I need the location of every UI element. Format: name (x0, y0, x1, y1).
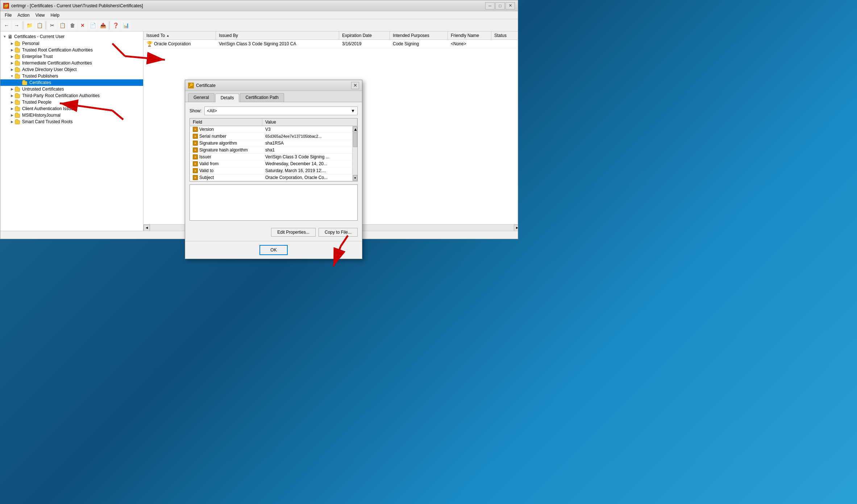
scroll-thumb[interactable] (353, 133, 357, 147)
value-cell-hash-algo: sha1 (262, 147, 357, 153)
third-party-folder-icon (15, 94, 20, 98)
tree-item-certificates[interactable]: Certificates (0, 79, 143, 86)
field-cell-serial: ≡ Serial number (190, 133, 262, 139)
field-row-subject[interactable]: ≡ Subject Oracle Corporation, Oracle Co.… (190, 174, 357, 181)
toolbar-help[interactable]: ❓ (111, 21, 120, 30)
field-row-serial[interactable]: ≡ Serial number 65d365a24ee7e137105bbac2… (190, 133, 357, 140)
field-cell-hash-algo: ≡ Signature hash algorithm (190, 147, 262, 153)
toolbar-doc[interactable]: 📄 (88, 21, 97, 30)
show-value: <All> (207, 108, 217, 113)
ok-button[interactable]: OK (259, 245, 287, 255)
field-icon-hash-algo: ≡ (193, 147, 198, 153)
enterprise-label: Enterprise Trust (22, 54, 53, 59)
third-party-expand: ▶ (9, 94, 15, 97)
col-header-friendly[interactable]: Friendly Name (448, 32, 491, 39)
tab-general[interactable]: General (188, 93, 215, 102)
msie-expand: ▶ (9, 113, 15, 117)
value-cell-issuer: VeriSign Class 3 Code Signing ... (262, 154, 357, 160)
list-row[interactable]: 🏆 Oracle Corporation VeriSign Class 3 Co… (143, 40, 518, 48)
col-header-issued-by[interactable]: Issued By (216, 32, 339, 39)
toolbar-copy[interactable]: 📋 (58, 21, 67, 30)
personal-folder-icon (15, 42, 20, 46)
minimize-button[interactable]: ─ (485, 2, 495, 9)
tree-item-enterprise[interactable]: ▶ Enterprise Trust (0, 53, 143, 60)
personal-expand: ▶ (9, 42, 15, 45)
cell-status (491, 43, 518, 45)
toolbar-properties[interactable]: 📊 (121, 21, 130, 30)
tree-item-intermediate[interactable]: ▶ Intermediate Certification Authorities (0, 60, 143, 66)
menu-action[interactable]: Action (14, 12, 32, 18)
value-col-header: Value (262, 118, 357, 126)
show-dropdown[interactable]: <All> ▼ (204, 107, 358, 115)
menu-help[interactable]: Help (48, 12, 63, 18)
list-header: Issued To ▲ Issued By Expiration Date In… (143, 32, 518, 40)
scroll-up-btn[interactable]: ▲ (353, 126, 357, 132)
dialog-title: Certificate (196, 83, 351, 88)
tree-item-personal[interactable]: ▶ Personal (0, 40, 143, 47)
tree-item-active-directory[interactable]: ▶ Active Directory User Object (0, 66, 143, 73)
toolbar: ← → 📁 📋 ✂ 📋 🗑 ✕ 📄 📤 ❓ 📊 (0, 19, 518, 32)
tree-item-untrusted[interactable]: ▶ Untrusted Certificates (0, 86, 143, 92)
cell-friendly: <None> (448, 40, 491, 47)
fields-table: Field Value ≡ Version V3 ≡ Serial number (190, 118, 358, 182)
toolbar-delete[interactable]: ✕ (78, 21, 87, 30)
copy-to-file-button[interactable]: Copy to File... (319, 228, 358, 237)
publishers-folder-icon (15, 75, 20, 79)
msie-folder-icon (15, 114, 20, 118)
scroll-left-btn[interactable]: ◀ (143, 225, 150, 231)
tree-item-smart-card[interactable]: ▶ Smart Card Trusted Roots (0, 118, 143, 125)
publishers-label: Trusted Publishers (22, 74, 58, 79)
tree-item-msie[interactable]: ▶ MSIEHistoryJournal (0, 112, 143, 118)
col-header-status[interactable]: Status (491, 32, 518, 39)
tree-item-client-auth[interactable]: ▶ Client Authentication Issuers (0, 105, 143, 112)
menu-view[interactable]: View (33, 12, 48, 18)
col-header-expiry[interactable]: Expiration Date (339, 32, 390, 39)
tree-item-trusted-people[interactable]: ▶ Trusted People (0, 99, 143, 105)
field-row-hash-algo[interactable]: ≡ Signature hash algorithm sha1 (190, 147, 357, 154)
scroll-right-btn[interactable]: ▶ (514, 225, 518, 231)
field-row-valid-from[interactable]: ≡ Valid from Wednesday, December 14, 20.… (190, 161, 357, 167)
tab-details[interactable]: Details (215, 93, 240, 102)
col-header-purposes[interactable]: Intended Purposes (390, 32, 448, 39)
field-row-sig-algo[interactable]: ≡ Signature algorithm sha1RSA (190, 140, 357, 147)
scroll-down-btn[interactable]: ▼ (353, 175, 357, 181)
smart-card-expand: ▶ (9, 120, 15, 124)
fields-scrollbar[interactable]: ▲ ▼ (352, 126, 357, 181)
toolbar-paste[interactable]: 🗑 (68, 21, 77, 30)
edit-properties-button[interactable]: Edit Properties... (271, 228, 316, 237)
client-auth-expand: ▶ (9, 107, 15, 111)
field-row-version[interactable]: ≡ Version V3 (190, 126, 357, 133)
dialog-cert-icon: 🔑 (188, 83, 194, 88)
tab-certification-path[interactable]: Certification Path (240, 93, 284, 102)
cell-issued-by: VeriSign Class 3 Code Signing 2010 CA (216, 40, 339, 47)
tree-root[interactable]: ▼ 🖥 Certificates - Current User (0, 33, 143, 40)
trusted-root-expand: ▶ (9, 48, 15, 52)
field-row-valid-to[interactable]: ≡ Valid to Saturday, March 16, 2019 12:.… (190, 167, 357, 174)
col-header-issued-to[interactable]: Issued To ▲ (143, 32, 216, 39)
menu-file[interactable]: File (2, 12, 14, 18)
tree-item-trusted-root[interactable]: ▶ Trusted Root Certification Authorities (0, 47, 143, 53)
toolbar-back[interactable]: ← (2, 21, 11, 30)
toolbar-open[interactable]: 📁 (25, 21, 34, 30)
field-row-issuer[interactable]: ≡ Issuer VeriSign Class 3 Code Signing .… (190, 154, 357, 161)
fields-header: Field Value (190, 118, 357, 126)
untrusted-expand: ▶ (9, 87, 15, 91)
close-button[interactable]: ✕ (506, 2, 515, 9)
toolbar-forward[interactable]: → (12, 21, 21, 30)
intermediate-folder-icon (15, 62, 20, 66)
enterprise-expand: ▶ (9, 55, 15, 58)
toolbar-export[interactable]: 📋 (35, 21, 44, 30)
toolbar-print[interactable]: 📤 (98, 21, 108, 30)
dialog-close-button[interactable]: ✕ (351, 82, 359, 89)
cell-purposes: Code Signing (390, 40, 448, 47)
field-cell-version: ≡ Version (190, 126, 262, 133)
tree-item-third-party[interactable]: ▶ Third-Party Root Certification Authori… (0, 92, 143, 99)
active-dir-label: Active Directory User Object (22, 67, 77, 72)
tree-item-trusted-publishers[interactable]: ▼ Trusted Publishers (0, 73, 143, 79)
maximize-button[interactable]: □ (495, 2, 505, 9)
field-icon-valid-to: ≡ (193, 168, 198, 173)
dialog-action-buttons: Edit Properties... Copy to File... (185, 225, 362, 241)
title-bar: 🔐 certmgr - [Certificates - Current User… (0, 0, 518, 11)
toolbar-sep-1 (23, 21, 23, 29)
toolbar-cut[interactable]: ✂ (47, 21, 57, 30)
